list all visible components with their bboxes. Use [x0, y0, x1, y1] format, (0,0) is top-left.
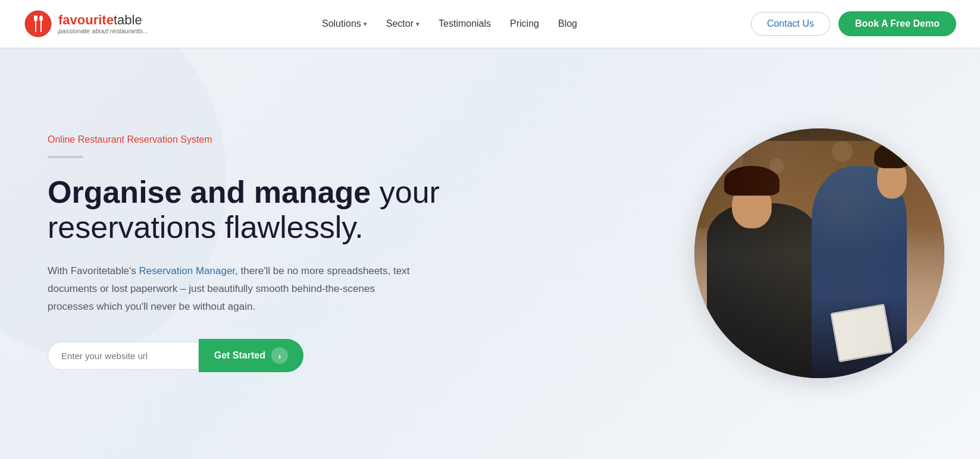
- hero-label: Online Restaurant Reservation System: [48, 134, 452, 145]
- svg-rect-2: [35, 15, 36, 23]
- hero-section: Online Restaurant Reservation System Org…: [0, 48, 980, 459]
- solutions-link[interactable]: Solutions ▾: [322, 18, 367, 29]
- sector-link[interactable]: Sector ▾: [386, 18, 419, 29]
- solutions-label: Solutions: [322, 18, 361, 29]
- hero-description: With Favoritetable's Reservation Manager…: [48, 262, 417, 315]
- hero-image-circle: [694, 128, 944, 378]
- get-started-button[interactable]: Get Started ›: [199, 339, 303, 372]
- arrow-circle-icon: ›: [271, 347, 288, 364]
- hero-divider: [48, 156, 83, 158]
- nav-item-blog[interactable]: Blog: [558, 18, 577, 29]
- svg-rect-8: [40, 21, 42, 32]
- hero-title-bold: Organise and manage: [48, 175, 371, 209]
- svg-point-7: [39, 15, 43, 21]
- nav-item-pricing[interactable]: Pricing: [510, 18, 539, 29]
- solutions-chevron-icon: ▾: [364, 20, 367, 28]
- nav-actions: Contact Us Book A Free Demo: [751, 11, 956, 36]
- sector-label: Sector: [386, 18, 414, 29]
- nav-item-solutions[interactable]: Solutions ▾: [322, 18, 367, 29]
- testimonials-link[interactable]: Testimonials: [439, 18, 491, 29]
- testimonials-label: Testimonials: [439, 18, 491, 29]
- logo-icon: [24, 10, 52, 38]
- get-started-label: Get Started: [214, 350, 265, 361]
- navbar: favouritetable passionate about restaura…: [0, 0, 980, 48]
- hero-content: Online Restaurant Reservation System Org…: [48, 134, 452, 373]
- hero-title: Organise and manage your reservations fl…: [48, 175, 452, 246]
- cta-form: Get Started ›: [48, 339, 303, 372]
- hero-image-container: [694, 128, 944, 378]
- svg-rect-4: [36, 15, 37, 20]
- nav-item-testimonials[interactable]: Testimonials: [439, 18, 491, 29]
- contact-button[interactable]: Contact Us: [751, 12, 830, 36]
- svg-rect-3: [34, 15, 35, 20]
- blog-label: Blog: [558, 18, 577, 29]
- website-url-input[interactable]: [48, 342, 199, 370]
- svg-rect-6: [35, 23, 36, 32]
- nav-links: Solutions ▾ Sector ▾ Testimonials Pricin…: [322, 18, 577, 29]
- scene-overlay: [694, 128, 944, 378]
- logo-link[interactable]: favouritetable passionate about restaura…: [24, 10, 148, 38]
- brand-name: favouritetable: [58, 13, 148, 27]
- demo-button[interactable]: Book A Free Demo: [838, 11, 956, 36]
- sector-chevron-icon: ▾: [416, 20, 419, 28]
- blog-link[interactable]: Blog: [558, 18, 577, 29]
- pricing-link[interactable]: Pricing: [510, 18, 539, 29]
- svg-rect-5: [34, 20, 37, 21]
- nav-item-sector[interactable]: Sector ▾: [386, 18, 419, 29]
- restaurant-scene: [694, 128, 944, 378]
- reservation-manager-link[interactable]: Reservation Manager: [139, 265, 235, 276]
- brand-tagline: passionate about restaurants...: [58, 27, 148, 34]
- pricing-label: Pricing: [510, 18, 539, 29]
